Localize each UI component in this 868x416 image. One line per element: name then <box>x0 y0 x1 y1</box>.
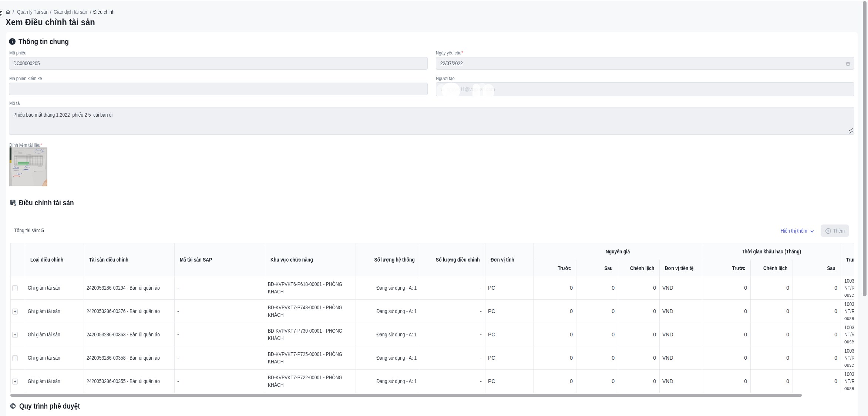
svg-text:$: $ <box>14 202 16 206</box>
